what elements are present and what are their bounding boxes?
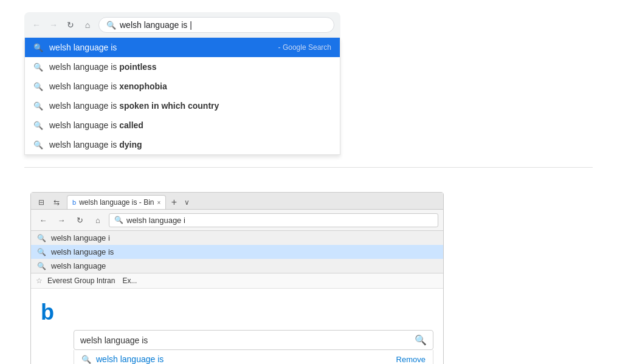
search-q-icon-2: 🔍 (33, 82, 43, 91)
autocomplete-item-0[interactable]: 🔍 welsh language is - Google Search (25, 38, 340, 57)
bing-search-button[interactable]: 🔍 (415, 334, 427, 346)
bing-search-input[interactable] (80, 335, 410, 345)
edge-icon-btn-2[interactable]: ⇆ (50, 196, 63, 209)
home-button[interactable]: ⌂ (81, 19, 94, 31)
bing-logo: b (41, 300, 54, 325)
autocomplete-item-4[interactable]: 🔍 welsh language is called (25, 115, 340, 135)
edge-tab-icons: ⊟ ⇆ (35, 196, 63, 209)
edge-tab-active[interactable]: b welsh language is - Bin × (67, 195, 166, 209)
edge-url-item-0[interactable]: 🔍 welsh language i (31, 231, 443, 245)
bookmark-item-0[interactable]: Everest Group Intran (45, 275, 117, 286)
search-icon: 🔍 (106, 21, 116, 30)
edge-url-search-icon-0: 🔍 (37, 234, 46, 242)
edge-url-text-2: welsh language (51, 261, 106, 270)
chrome-browser: ← → ↻ ⌂ 🔍 🔍 welsh language is - Google S… (24, 12, 340, 155)
refresh-button[interactable]: ↻ (64, 19, 77, 31)
edge-new-tab-button[interactable]: + (167, 196, 181, 209)
edge-url-item-1[interactable]: 🔍 welsh language is (31, 245, 443, 259)
autocomplete-text-4: welsh language is called (49, 120, 331, 130)
edge-address-bar[interactable]: 🔍 (109, 213, 438, 227)
edge-home-button[interactable]: ⌂ (91, 213, 105, 227)
bing-suggestions: 🔍 welsh language is Remove 🔍 welsh langu… (74, 350, 433, 364)
edge-search-input[interactable] (126, 216, 433, 225)
edge-browser: ⊟ ⇆ b welsh language is - Bin × + ∨ ← → … (30, 192, 444, 364)
bing-suggestion-item-0[interactable]: 🔍 welsh language is Remove (74, 350, 433, 364)
edge-content: b 🔍 🔍 welsh language is Remove 🔍 welsh l… (31, 289, 443, 364)
autocomplete-item-1[interactable]: 🔍 welsh language is pointless (25, 57, 340, 77)
bing-search-box[interactable]: 🔍 (74, 330, 433, 350)
edge-url-search-icon-2: 🔍 (37, 262, 46, 270)
edge-toolbar: ← → ↻ ⌂ 🔍 (31, 210, 443, 231)
edge-forward-button[interactable]: → (54, 213, 69, 227)
chrome-search-input[interactable] (120, 20, 326, 30)
edge-tab-bar: ⊟ ⇆ b welsh language is - Bin × + ∨ (31, 193, 443, 210)
search-q-icon-0: 🔍 (33, 43, 43, 52)
edge-search-icon: 🔍 (114, 216, 123, 224)
autocomplete-text-1: welsh language is pointless (49, 62, 331, 72)
edge-url-text-1: welsh language is (51, 247, 114, 256)
autocomplete-text-0: welsh language is (49, 43, 272, 52)
search-q-icon-4: 🔍 (33, 121, 43, 130)
edge-icon-btn-1[interactable]: ⊟ (35, 196, 48, 209)
edge-back-button[interactable]: ← (36, 213, 50, 227)
bing-remove-link-0[interactable]: Remove (396, 355, 426, 364)
search-q-icon-3: 🔍 (33, 101, 43, 111)
autocomplete-item-2[interactable]: 🔍 welsh language is xenophobia (25, 77, 340, 96)
bookmark-item-1[interactable]: Ex... (120, 275, 139, 286)
autocomplete-text-2: welsh language is xenophobia (49, 81, 331, 91)
edge-bookmarks-bar: ☆ Everest Group Intran Ex... (31, 273, 443, 289)
search-q-icon-5: 🔍 (33, 140, 43, 149)
bookmark-star-icon: ☆ (36, 276, 43, 285)
bing-search-container: 🔍 (74, 330, 433, 350)
autocomplete-item-3[interactable]: 🔍 welsh language is spoken in which coun… (25, 96, 340, 115)
edge-tab-favicon: b (72, 199, 76, 206)
edge-refresh-button[interactable]: ↻ (72, 213, 87, 227)
chrome-address-bar[interactable]: 🔍 (98, 17, 334, 33)
autocomplete-item-5[interactable]: 🔍 welsh language is dying (25, 135, 340, 154)
autocomplete-source-0: - Google Search (278, 43, 331, 52)
edge-tab-label: welsh language is - Bin (79, 198, 154, 207)
back-button[interactable]: ← (30, 19, 43, 31)
forward-button[interactable]: → (47, 19, 60, 31)
edge-tab-close-button[interactable]: × (157, 199, 161, 206)
edge-address-area: 🔍 (109, 213, 438, 227)
edge-tab-more-button[interactable]: ∨ (182, 197, 192, 208)
section-divider (24, 167, 593, 168)
chrome-autocomplete-dropdown: 🔍 welsh language is - Google Search 🔍 we… (24, 38, 340, 155)
autocomplete-text-3: welsh language is spoken in which countr… (49, 101, 331, 111)
search-q-icon-1: 🔍 (33, 63, 43, 72)
edge-url-text-0: welsh language i (51, 233, 110, 242)
edge-url-suggestions: 🔍 welsh language i 🔍 welsh language is 🔍… (31, 231, 443, 273)
bing-header: b (31, 295, 443, 330)
edge-url-search-icon-1: 🔍 (37, 248, 46, 256)
chrome-toolbar: ← → ↻ ⌂ 🔍 (24, 12, 340, 38)
bing-sugg-text-0: welsh language is (96, 354, 396, 364)
edge-url-item-2[interactable]: 🔍 welsh language (31, 259, 443, 273)
autocomplete-text-5: welsh language is dying (49, 140, 331, 149)
bing-history-icon-0: 🔍 (81, 355, 91, 364)
